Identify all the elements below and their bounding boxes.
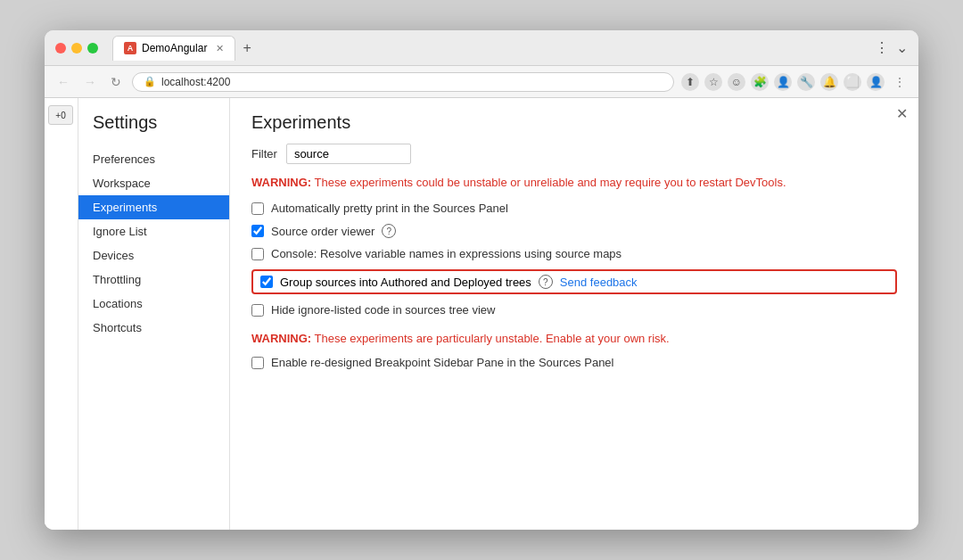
experiment-item-source-order: Source order viewer ? (251, 224, 897, 238)
experiments-heading: Experiments (251, 112, 897, 133)
pretty-print-label: Automatically pretty print in the Source… (271, 202, 508, 215)
browser-menu-button[interactable]: ⋮ (875, 39, 889, 56)
group-sources-checkbox[interactable] (260, 276, 273, 288)
tab-title: DemoAngular (142, 42, 207, 54)
breakpoint-label: Enable re-designed Breakpoint Sidebar Pa… (271, 356, 613, 369)
address-bar: ← → ↻ 🔒 localhost:4200 ⬆ ☆ ☺ 🧩 👤 🔧 🔔 ⬜ 👤… (45, 66, 918, 98)
browser-content: +0 Settings Preferences Workspace Experi… (45, 98, 918, 530)
settings-close-button[interactable]: ✕ (896, 105, 908, 122)
experiment-item-resolve-vars: Console: Resolve variable names in expre… (251, 247, 897, 260)
title-bar: A DemoAngular ✕ + ⋮ ⌄ (45, 30, 918, 66)
group-sources-label: Group sources into Authored and Deployed… (280, 276, 531, 289)
bookmark-icon[interactable]: ☆ (704, 73, 722, 91)
source-order-help-icon[interactable]: ? (382, 224, 396, 238)
sidebar-item-locations[interactable]: Locations (78, 292, 229, 316)
group-sources-help-icon[interactable]: ? (539, 275, 553, 289)
warning-text-1: WARNING: These experiments could be unst… (251, 175, 897, 191)
minimize-traffic-light[interactable] (71, 43, 82, 54)
tab-favicon: A (124, 42, 136, 54)
browser-minimize-button[interactable]: ⌄ (896, 39, 908, 56)
filter-row: Filter (251, 144, 897, 164)
warning2-body: These experiments are particularly unsta… (311, 332, 670, 345)
avatar-icon[interactable]: 👤 (867, 73, 885, 91)
settings-sidebar: Settings Preferences Workspace Experimen… (78, 98, 230, 530)
sidebar-item-ignore-list[interactable]: Ignore List (78, 219, 229, 243)
sidebar-item-throttling[interactable]: Throttling (78, 268, 229, 292)
warning2-prefix: WARNING: (251, 332, 311, 345)
tab-area: A DemoAngular ✕ + (112, 36, 868, 61)
experiments-main: ✕ Experiments Filter WARNING: These expe… (230, 98, 918, 530)
extension-icon[interactable]: 🧩 (751, 73, 769, 91)
experiment-item-hide-ignore: Hide ignore-listed code in sources tree … (251, 303, 897, 317)
close-traffic-light[interactable] (55, 43, 66, 54)
send-feedback-link[interactable]: Send feedback (560, 276, 638, 289)
new-tab-button[interactable]: + (239, 40, 254, 56)
warning1-prefix: WARNING: (251, 176, 311, 189)
back-button[interactable]: ← (54, 73, 73, 91)
forward-button[interactable]: → (80, 73, 100, 91)
browser-window: A DemoAngular ✕ + ⋮ ⌄ ← → ↻ 🔒 localhost:… (45, 30, 918, 530)
settings-title: Settings (78, 112, 229, 147)
hide-ignore-label: Hide ignore-listed code in sources tree … (271, 303, 495, 317)
traffic-lights (55, 43, 98, 54)
maximize-traffic-light[interactable] (87, 43, 98, 54)
window-icon[interactable]: ⬜ (844, 73, 861, 91)
extension2-icon[interactable]: 🔧 (797, 73, 815, 91)
experiment-item-breakpoint: Enable re-designed Breakpoint Sidebar Pa… (251, 356, 897, 369)
share-icon[interactable]: ⬆ (681, 73, 699, 91)
address-text: localhost:4200 (161, 76, 230, 88)
resolve-vars-checkbox[interactable] (251, 248, 264, 260)
sidebar-item-experiments[interactable]: Experiments (78, 195, 229, 219)
breakpoint-checkbox[interactable] (251, 357, 264, 369)
warning-text-2: WARNING: These experiments are particula… (251, 331, 897, 347)
source-order-checkbox[interactable] (251, 225, 264, 237)
active-tab[interactable]: A DemoAngular ✕ (112, 36, 235, 61)
devtools-left-panel: +0 (45, 98, 78, 530)
profile-icon[interactable]: 👤 (774, 73, 792, 91)
smiley-icon[interactable]: ☺ (728, 73, 745, 91)
source-order-label: Source order viewer (271, 225, 374, 238)
address-input[interactable]: 🔒 localhost:4200 (132, 72, 674, 92)
devtools-increment-button[interactable]: +0 (48, 105, 73, 125)
lock-icon: 🔒 (144, 76, 156, 87)
browser-toolbar-icons: ⬆ ☆ ☺ 🧩 👤 🔧 🔔 ⬜ 👤 ⋮ (681, 73, 910, 91)
sidebar-item-devices[interactable]: Devices (78, 243, 229, 268)
hide-ignore-checkbox[interactable] (251, 304, 264, 317)
reload-button[interactable]: ↻ (107, 73, 125, 91)
settings-panel: Settings Preferences Workspace Experimen… (78, 98, 918, 530)
warning1-body: These experiments could be unstable or u… (311, 176, 786, 189)
tab-close-button[interactable]: ✕ (216, 43, 224, 54)
sidebar-item-preferences[interactable]: Preferences (78, 147, 229, 171)
experiment-item-pretty-print: Automatically pretty print in the Source… (251, 202, 897, 215)
sidebar-item-shortcuts[interactable]: Shortcuts (78, 316, 229, 340)
browser-more-button[interactable]: ⋮ (890, 73, 910, 91)
sidebar-item-workspace[interactable]: Workspace (78, 171, 229, 195)
resolve-vars-label: Console: Resolve variable names in expre… (271, 247, 621, 260)
filter-label: Filter (251, 147, 277, 161)
pretty-print-checkbox[interactable] (251, 202, 264, 215)
experiment-item-group-sources: Group sources into Authored and Deployed… (251, 269, 897, 294)
filter-input[interactable] (286, 144, 411, 164)
notification-icon[interactable]: 🔔 (820, 73, 838, 91)
